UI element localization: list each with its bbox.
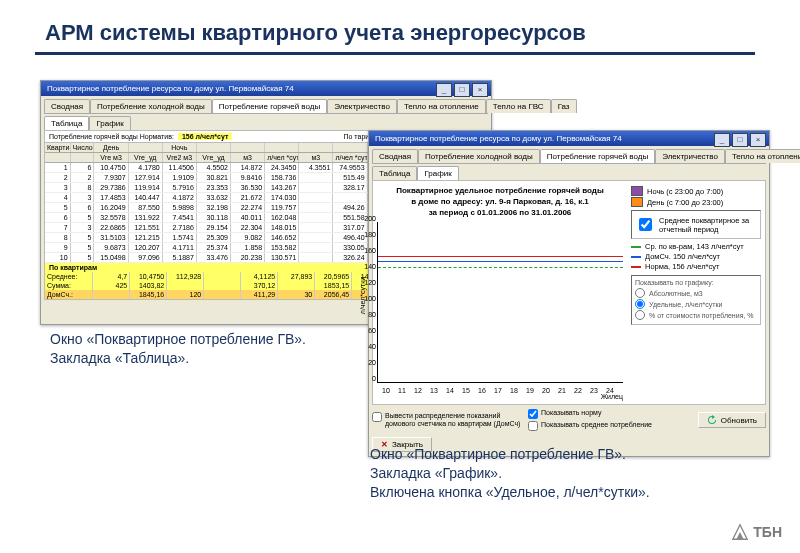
col-header: Число жиль- цов (71, 143, 95, 152)
maximize-icon[interactable]: □ (454, 83, 470, 97)
x-tick: 13 (428, 387, 440, 394)
tab-4[interactable]: Тепло на отопление (397, 99, 486, 113)
x-tick: 24 (604, 387, 616, 394)
x-axis-label: Жилец (377, 393, 623, 400)
col-header: л/чел *сут (333, 153, 367, 162)
tab-1[interactable]: График (417, 166, 458, 180)
radio-percent[interactable]: % от стоимости потребления, % (635, 310, 757, 320)
radio-specific[interactable]: Удельные, л/чел*сутки (635, 299, 757, 309)
tab-4[interactable]: Тепло на отопление (725, 149, 800, 163)
chk-show-avg[interactable]: Показывать среднее потребление (528, 421, 652, 431)
y-tick: 40 (358, 343, 376, 350)
y-tick: 120 (358, 279, 376, 286)
col-header: м3 (299, 153, 333, 162)
y-tick: 100 (358, 295, 376, 302)
x-tick: 14 (444, 387, 456, 394)
tab-5[interactable]: Тепло на ГВС (486, 99, 551, 113)
caption-2: Окно «Поквартирное потребление ГВ».Закла… (370, 445, 650, 502)
line-norm-icon (631, 266, 641, 268)
tab-6[interactable]: Газ (551, 99, 577, 113)
col-header (129, 143, 163, 152)
chk-show-norm[interactable]: Показывать норму (528, 409, 652, 419)
slide-title: АРМ системы квартирного учета энергоресу… (45, 20, 586, 46)
tab-1[interactable]: График (89, 116, 130, 130)
tab-1[interactable]: Потребление холодной воды (418, 149, 540, 163)
x-tick: 21 (556, 387, 568, 394)
x-tick: 22 (572, 387, 584, 394)
col-header (71, 153, 95, 162)
col-header: Vге_уд (129, 153, 163, 162)
y-tick: 0 (358, 375, 376, 382)
x-tick: 18 (508, 387, 520, 394)
tabs-resource: СводнаяПотребление холодной водыПотребле… (372, 149, 766, 164)
col-header: Кварти- ры (45, 143, 71, 152)
line-domsch-icon (631, 256, 641, 258)
x-tick: 11 (396, 387, 408, 394)
chk-avg-period[interactable] (639, 218, 652, 231)
chart-plot: л/чел*сутки 0204060801001201401601802001… (377, 222, 623, 383)
swatch-day (631, 197, 643, 207)
tab-1[interactable]: Потребление холодной воды (90, 99, 212, 113)
tab-2[interactable]: Потребление горячей воды (212, 99, 327, 113)
col-header: Ночь (163, 143, 197, 152)
col-header: День (94, 143, 128, 152)
x-tick: 23 (588, 387, 600, 394)
y-tick: 200 (358, 215, 376, 222)
maximize-icon[interactable]: □ (732, 133, 748, 147)
x-tick: 16 (476, 387, 488, 394)
chk-dom-distribution[interactable]: Вывести распределение показаний домового… (372, 412, 522, 428)
col-header: м3 (231, 153, 265, 162)
tab-2[interactable]: Потребление горячей воды (540, 149, 655, 163)
swatch-night (631, 186, 643, 196)
col-header: Vге м3 (94, 153, 128, 162)
close-icon[interactable]: × (750, 133, 766, 147)
x-tick: 12 (412, 387, 424, 394)
y-tick: 80 (358, 311, 376, 318)
tab-0[interactable]: Таблица (44, 116, 89, 130)
col-header (299, 143, 333, 152)
titlebar: Поквартирное потребление ресурса по дому… (369, 131, 769, 146)
col-header (265, 143, 299, 152)
chart-title: Поквартирное удельное потребление горяче… (377, 185, 623, 218)
chart-side-panel: Ночь (с 23:00 до 7:00) День (с 7:00 до 2… (627, 181, 765, 404)
tab-3[interactable]: Электричество (327, 99, 397, 113)
col-header (231, 143, 265, 152)
svg-marker-1 (737, 532, 744, 539)
tab-0[interactable]: Сводная (372, 149, 418, 163)
y-tick: 20 (358, 359, 376, 366)
col-header: Vге_уд (197, 153, 231, 162)
logo-icon (731, 523, 749, 541)
x-tick: 10 (380, 387, 392, 394)
col-header: Vге2 м3 (163, 153, 197, 162)
x-tick: 15 (460, 387, 472, 394)
tab-0[interactable]: Сводная (44, 99, 90, 113)
col-header (333, 143, 367, 152)
y-tick: 180 (358, 231, 376, 238)
y-tick: 140 (358, 263, 376, 270)
minimize-icon[interactable]: _ (436, 83, 452, 97)
col-header: л/чел *сут (265, 153, 299, 162)
minimize-icon[interactable]: _ (714, 133, 730, 147)
y-tick: 160 (358, 247, 376, 254)
tab-3[interactable]: Электричество (655, 149, 725, 163)
y-tick: 60 (358, 327, 376, 334)
x-tick: 19 (524, 387, 536, 394)
logo: ТБН (731, 523, 782, 541)
refresh-icon (707, 415, 717, 425)
caption-1: Окно «Поквартирное потребление ГВ».Закла… (50, 330, 306, 368)
x-tick: 17 (492, 387, 504, 394)
norm-value: 156 л/чел*сут (178, 133, 232, 140)
close-icon[interactable]: × (472, 83, 488, 97)
window-title: Поквартирное потребление ресурса по дому… (375, 134, 622, 143)
window-chart: Поквартирное потребление ресурса по дому… (368, 130, 770, 457)
title-rule (35, 52, 755, 55)
x-tick: 20 (540, 387, 552, 394)
tab-0[interactable]: Таблица (372, 166, 417, 180)
refresh-button[interactable]: Обновить (698, 412, 766, 428)
tabs-view: ТаблицаГрафик (372, 166, 766, 180)
col-header (45, 153, 71, 162)
tabs-resource: СводнаяПотребление холодной водыПотребле… (44, 99, 488, 114)
radio-absolute[interactable]: Абсолютные, м3 (635, 288, 757, 298)
window-title: Поквартирное потребление ресурса по дому… (47, 84, 294, 93)
tabs-view: ТаблицаГрафик (44, 116, 488, 130)
